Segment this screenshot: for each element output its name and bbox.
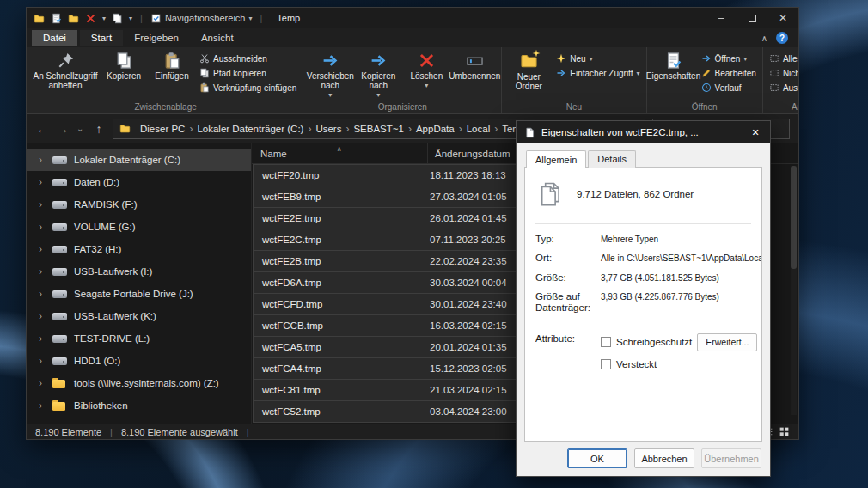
title-bar: ▾ ▾ | Navigationsbereich ▾ | Temp – ✕ [27,8,798,28]
chevron-right-icon[interactable]: › [39,355,46,367]
qat-delete-icon[interactable] [85,13,96,24]
drive-icon [52,199,67,210]
tab-details[interactable]: Details [588,150,636,168]
back-button[interactable]: ← [35,122,49,136]
sidebar-item[interactable]: ›TEST-DRIVE (L:) [27,327,251,350]
sidebar-item-label: TEST-DRIVE (L:) [74,333,150,344]
tab-datei[interactable]: Datei [32,30,77,46]
sidebar-item[interactable]: ›USB-Laufwerk (I:) [27,260,251,283]
history-button[interactable]: Verlauf [698,81,760,95]
qat-copy-icon[interactable] [112,13,123,24]
minimize-button[interactable]: – [706,8,737,28]
qat-dropdown-icon[interactable]: ▾ [129,15,132,22]
chevron-right-icon[interactable]: › [39,310,46,322]
tab-freigeben[interactable]: Freigeben [123,30,190,46]
button-label: Nichts auswählen [783,69,798,78]
drive-icon [52,333,67,345]
scrollbar[interactable] [791,166,797,415]
invert-selection-button[interactable]: Auswahl umkehren [766,81,798,95]
edit-button[interactable]: Bearbeiten [698,66,760,80]
sidebar-item[interactable]: ›FAT32 (H:) [27,238,251,260]
breadcrumb-segment[interactable]: Dieser PC [136,124,189,134]
qat-properties-icon[interactable] [51,13,62,24]
large-icons-view-icon[interactable] [779,426,790,437]
qat-new-folder-icon[interactable] [68,13,79,24]
breadcrumb-segment[interactable]: SEBAST~1 [349,124,408,134]
dialog-title-bar: Eigenschaften von wctFE2C.tmp, ... ✕ [517,121,770,143]
copy-path-button[interactable]: Pfad kopieren [196,66,300,80]
pin-to-quick-access-button[interactable]: An Schnellzugriff anheften [31,48,100,92]
cancel-button[interactable]: Abbrechen [634,448,694,468]
select-all-button[interactable]: Alles auswählen [766,52,798,65]
rename-button[interactable]: Umbenennen [450,48,498,82]
chevron-right-icon[interactable]: › [39,243,46,255]
sidebar-item[interactable]: ›Lokaler Datenträger (C:) [27,149,251,171]
sidebar-item[interactable]: ›tools (\\live.sysinternals.com) (Z:) [27,372,251,394]
close-button[interactable]: ✕ [767,8,798,28]
copy-button[interactable]: Kopieren [100,48,148,82]
qat-dropdown-icon[interactable]: ▾ [102,15,106,22]
ribbon-tab-bar: Datei Start Freigeben Ansicht ∧ ? [27,28,798,47]
drive-icon [52,244,67,255]
move-to-button[interactable]: Verschieben nach ▾ [306,48,354,101]
field-label: Typ: [535,234,601,246]
copy-to-button[interactable]: Kopieren nach ▾ [354,48,402,101]
move-to-icon [321,52,339,70]
chevron-right-icon[interactable]: › [39,198,46,210]
sidebar-item[interactable]: ›VOLUME (G:) [27,216,251,238]
apply-button[interactable]: Übernehmen [701,448,761,468]
recent-locations-icon[interactable]: ⌄ [76,124,85,133]
up-button[interactable]: ↑ [92,122,106,136]
chevron-right-icon[interactable]: › [39,265,46,278]
paste-button[interactable]: Einfügen [148,48,196,82]
easy-access-button[interactable]: Einfacher Zugriff ▾ [553,66,643,80]
forward-button[interactable]: → [56,122,70,136]
tab-ansicht[interactable]: Ansicht [190,30,245,46]
maximize-button[interactable] [737,8,767,28]
ribbon-group-clipboard: An Schnellzugriff anheften Kopieren Einf… [28,47,303,113]
select-all-icon [769,53,779,64]
sidebar-item[interactable]: ›Bibliotheken [27,394,251,417]
sidebar-item[interactable]: ›HDD1 (O:) [27,350,251,372]
new-folder-button[interactable]: Neuer Ordner [504,48,553,93]
breadcrumb-segment[interactable]: Lokaler Datenträger (C:) [193,124,308,134]
chevron-right-icon[interactable]: › [39,154,46,166]
dialog-close-button[interactable]: ✕ [741,121,770,143]
help-icon[interactable]: ? [776,32,788,44]
file-name: wctFCFD.tmp [254,299,422,309]
breadcrumb-segment[interactable]: Users [311,124,345,134]
chevron-right-icon[interactable]: › [39,377,46,389]
new-item-button[interactable]: Neu ▾ [553,52,643,65]
tab-start[interactable]: Start [80,30,123,46]
breadcrumb-segment[interactable]: Local [462,124,495,134]
scrollbar-thumb[interactable] [791,166,797,269]
sidebar-item[interactable]: ›RAMDISK (F:) [27,193,251,216]
tab-allgemein[interactable]: Allgemein [526,150,586,168]
chevron-right-icon[interactable]: › [39,332,46,345]
dialog-panel: 9.712 Dateien, 862 Ordner Typ: Mehrere T… [524,167,762,442]
hidden-checkbox[interactable] [601,359,611,369]
ok-button[interactable]: OK [567,448,627,468]
chevron-right-icon[interactable]: › [39,288,46,300]
open-button[interactable]: Öffnen ▾ [698,52,760,65]
button-label: Eigenschaften [646,71,700,81]
properties-button[interactable]: Eigenschaften [650,48,698,82]
sidebar-item[interactable]: ›Seagate Portable Drive (J:) [27,283,251,305]
navigation-pane-toggle[interactable]: Navigationsbereich ▾ [150,13,253,24]
column-header-name[interactable]: Name ∧ [252,143,428,163]
paste-shortcut-button[interactable]: Verknüpfung einfügen [196,81,300,95]
chevron-right-icon[interactable]: › [39,400,46,412]
advanced-button[interactable]: Erweitert... [697,333,757,351]
select-none-button[interactable]: Nichts auswählen [766,66,798,80]
breadcrumb-segment[interactable]: AppData [412,124,459,134]
delete-button[interactable]: Löschen ▾ [402,48,450,92]
sparkle-icon [532,49,541,58]
readonly-checkbox[interactable] [601,337,611,347]
sidebar-item[interactable]: ›Daten (D:) [27,171,251,193]
selected-count: 8.190 Elemente ausgewählt [121,427,238,437]
collapse-ribbon-icon[interactable]: ∧ [761,34,767,43]
sidebar-item[interactable]: ›USB-Laufwerk (K:) [27,305,251,327]
chevron-right-icon[interactable]: › [39,221,46,233]
cut-button[interactable]: Ausschneiden [196,52,300,65]
chevron-right-icon[interactable]: › [39,176,46,188]
